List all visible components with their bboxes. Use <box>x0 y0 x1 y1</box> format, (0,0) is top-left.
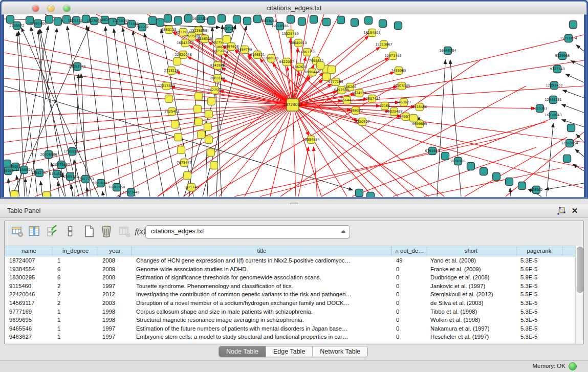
table-cell[interactable]: 1 <box>53 324 98 333</box>
graph-edge[interactable] <box>565 74 584 82</box>
table-cell[interactable]: Disruption of a novel member of a sodium… <box>132 299 392 308</box>
tab-edge-table[interactable]: Edge Table <box>266 346 313 357</box>
table-cell[interactable]: 22420046 <box>5 290 53 299</box>
table-cell[interactable]: 5.9E-5 <box>516 273 562 282</box>
table-cell[interactable]: 1 <box>53 316 98 324</box>
delete-trash-button[interactable] <box>100 225 113 238</box>
graph-node[interactable] <box>298 18 306 26</box>
column-header-pagerank[interactable]: pagerank <box>516 246 562 256</box>
graph-edge[interactable] <box>114 29 135 196</box>
graph-edge[interactable] <box>117 105 293 196</box>
table-cell[interactable]: 1997 <box>98 324 132 333</box>
graph-edge[interactable] <box>293 105 398 196</box>
table-cell[interactable]: 2008 <box>98 256 132 265</box>
column-header-name[interactable]: name <box>5 246 53 256</box>
table-cell[interactable]: 1998 <box>98 308 132 316</box>
graph-node[interactable] <box>328 66 336 74</box>
graph-node[interactable] <box>171 121 179 128</box>
graph-node[interactable] <box>175 17 182 25</box>
graph-node[interactable] <box>287 16 295 24</box>
graph-edge[interactable] <box>25 178 27 196</box>
table-cell[interactable]: 0 <box>392 333 426 341</box>
table-cell[interactable]: Wolkin et al. (1998) <box>426 316 516 324</box>
graph-node[interactable] <box>205 111 213 118</box>
table-cell[interactable]: 5.3E-5 <box>516 256 562 265</box>
table-select-dropdown[interactable]: citations_edges.txt <box>145 225 350 238</box>
table-cell[interactable]: Yano et al. (2008) <box>426 256 516 265</box>
graph-node[interactable] <box>351 19 359 27</box>
table-cell[interactable]: 1997 <box>98 282 132 291</box>
table-row[interactable]: 969969511998Structural magnetic resonanc… <box>5 316 582 324</box>
table-cell[interactable]: Corpus callosum shape and size in male p… <box>132 308 392 316</box>
table-cell[interactable]: 5.3E-5 <box>516 299 562 308</box>
table-cell[interactable]: 1998 <box>98 316 132 324</box>
graph-node[interactable] <box>7 16 14 24</box>
graph-edge[interactable] <box>187 35 293 105</box>
table-row[interactable]: 1456911722003Disruption of a novel membe… <box>5 299 582 308</box>
graph-node[interactable] <box>54 18 62 26</box>
table-cell[interactable]: 5.5E-5 <box>516 290 562 299</box>
table-cell[interactable]: Tibbo et al. (1998) <box>426 308 516 316</box>
table-cell[interactable]: Estimation of the future numbers of pati… <box>132 324 392 333</box>
graph-node[interactable] <box>204 123 212 131</box>
graph-edge[interactable] <box>437 60 445 196</box>
table-cell[interactable]: 1 <box>53 333 98 341</box>
float-panel-icon[interactable] <box>557 207 565 215</box>
graph-node[interactable] <box>198 131 205 139</box>
table-cell[interactable]: 6 <box>53 273 98 282</box>
graph-node[interactable] <box>175 134 182 141</box>
table-row[interactable]: 946362711997Embryonic stem cells: a mode… <box>5 333 582 341</box>
column-header-in_degree[interactable]: in_degree <box>53 246 98 256</box>
table-vertical-scrollbar[interactable] <box>575 246 583 343</box>
table-cell[interactable]: 9465546 <box>5 324 53 333</box>
table-cell[interactable]: 1997 <box>98 333 132 341</box>
table-row[interactable]: 1938455462009Genome-wide association stu… <box>5 265 582 274</box>
graph-node[interactable] <box>518 182 526 190</box>
graph-edge[interactable] <box>293 105 296 196</box>
window-titlebar[interactable]: citations_edges.txt <box>2 2 586 15</box>
graph-node[interactable] <box>195 118 203 126</box>
graph-node[interactable] <box>43 192 51 198</box>
graph-edge[interactable] <box>133 31 164 196</box>
graph-edge[interactable] <box>424 168 562 196</box>
table-cell[interactable]: 2 <box>53 282 98 291</box>
graph-edge[interactable] <box>4 105 293 129</box>
tab-network-table[interactable]: Network Table <box>313 346 367 357</box>
table-cell[interactable]: Jankovic et al. (1997) <box>426 282 516 291</box>
table-cell[interactable]: 5.3E-5 <box>516 282 562 291</box>
table-cell[interactable]: 2012 <box>98 290 132 299</box>
graph-node[interactable] <box>563 155 571 163</box>
table-cell[interactable]: Tourette syndrome. Phenomenology and cla… <box>132 282 392 291</box>
table-row[interactable]: 1872400712008Changes of HCN gene express… <box>5 256 582 265</box>
table-cell[interactable]: 9115460 <box>5 282 53 291</box>
table-cell[interactable]: 5.6E-5 <box>516 265 562 274</box>
table-cell[interactable]: 9463627 <box>5 333 53 341</box>
table-cell[interactable]: 0 <box>392 282 426 291</box>
table-row[interactable]: 911546021997Tourette syndrome. Phenomeno… <box>5 282 582 291</box>
table-cell[interactable]: de Silva et al. (2003) <box>426 299 516 308</box>
table-cell[interactable]: 18724007 <box>5 256 53 265</box>
graph-node[interactable] <box>165 95 173 103</box>
column-header-year[interactable]: year <box>98 246 132 256</box>
graph-node[interactable] <box>11 191 18 198</box>
graph-node[interactable] <box>367 192 375 198</box>
graph-node[interactable] <box>208 17 215 25</box>
graph-node[interactable] <box>317 62 324 70</box>
table-cell[interactable]: Investigating the contribution of common… <box>132 290 392 299</box>
table-cell[interactable]: 2 <box>53 299 98 308</box>
network-canvas[interactable]: 2035572206914061065328715276028466160107… <box>4 14 584 197</box>
graph-node[interactable] <box>218 15 226 23</box>
graph-node[interactable] <box>207 149 215 157</box>
column-header-out_de[interactable]: △out_de… <box>392 246 426 256</box>
table-cell[interactable]: 18300295 <box>5 273 53 282</box>
graph-edge[interactable] <box>562 90 584 98</box>
table-cell[interactable]: 1 <box>53 308 98 316</box>
table-row[interactable]: 2242004622012Investigating the contribut… <box>5 290 582 299</box>
graph-node[interactable] <box>467 163 475 170</box>
table-cell[interactable]: 5.3E-5 <box>516 316 562 324</box>
graph-node[interactable] <box>337 16 345 24</box>
graph-node[interactable] <box>164 15 172 23</box>
graph-node[interactable] <box>195 93 203 100</box>
graph-edge[interactable] <box>561 104 584 113</box>
graph-node[interactable] <box>185 15 192 23</box>
